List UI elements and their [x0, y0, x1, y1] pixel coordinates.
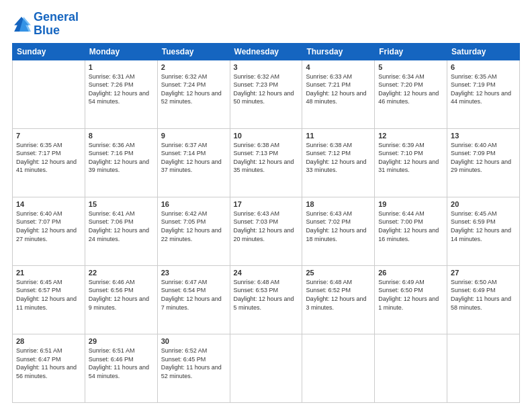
day-cell: 30Sunrise: 6:52 AMSunset: 6:45 PMDayligh…: [157, 334, 230, 402]
day-cell: 20Sunrise: 6:45 AMSunset: 6:59 PMDayligh…: [447, 197, 520, 265]
weekday-thursday: Thursday: [302, 43, 375, 60]
day-cell: 12Sunrise: 6:39 AMSunset: 7:10 PMDayligh…: [375, 128, 447, 197]
day-cell: 3Sunrise: 6:32 AMSunset: 7:23 PMDaylight…: [230, 60, 302, 128]
day-number: 11: [306, 132, 371, 140]
day-cell: 14Sunrise: 6:40 AMSunset: 7:07 PMDayligh…: [13, 197, 85, 265]
logo-line1: General: [34, 11, 79, 24]
day-cell: 21Sunrise: 6:45 AMSunset: 6:57 PMDayligh…: [13, 265, 85, 334]
day-number: 16: [161, 200, 226, 208]
day-info: Sunrise: 6:44 AMSunset: 7:00 PMDaylight:…: [378, 210, 443, 243]
weekday-header-row: SundayMondayTuesdayWednesdayThursdayFrid…: [13, 43, 520, 60]
day-info: Sunrise: 6:37 AMSunset: 7:14 PMDaylight:…: [161, 141, 226, 175]
day-info: Sunrise: 6:39 AMSunset: 7:10 PMDaylight:…: [378, 141, 443, 175]
day-info: Sunrise: 6:32 AMSunset: 7:23 PMDaylight:…: [234, 73, 299, 106]
day-cell: 18Sunrise: 6:43 AMSunset: 7:02 PMDayligh…: [302, 197, 375, 265]
day-cell: 22Sunrise: 6:46 AMSunset: 6:56 PMDayligh…: [85, 265, 157, 334]
day-info: Sunrise: 6:50 AMSunset: 6:49 PMDaylight:…: [451, 278, 516, 312]
day-number: 28: [16, 337, 81, 345]
day-cell: 24Sunrise: 6:48 AMSunset: 6:53 PMDayligh…: [230, 265, 302, 334]
day-number: 9: [161, 132, 226, 140]
day-info: Sunrise: 6:51 AMSunset: 6:46 PMDaylight:…: [89, 347, 154, 380]
day-number: 10: [234, 132, 299, 140]
day-info: Sunrise: 6:47 AMSunset: 6:54 PMDaylight:…: [161, 278, 226, 312]
weekday-tuesday: Tuesday: [157, 43, 230, 60]
day-info: Sunrise: 6:43 AMSunset: 7:02 PMDaylight:…: [306, 210, 371, 243]
day-info: Sunrise: 6:45 AMSunset: 6:59 PMDaylight:…: [451, 210, 516, 243]
day-cell: 9Sunrise: 6:37 AMSunset: 7:14 PMDaylight…: [157, 128, 230, 197]
day-info: Sunrise: 6:38 AMSunset: 7:13 PMDaylight:…: [234, 141, 299, 175]
week-row-2: 7Sunrise: 6:35 AMSunset: 7:17 PMDaylight…: [13, 128, 520, 197]
week-row-3: 14Sunrise: 6:40 AMSunset: 7:07 PMDayligh…: [13, 197, 520, 265]
weekday-saturday: Saturday: [447, 43, 520, 60]
day-info: Sunrise: 6:32 AMSunset: 7:24 PMDaylight:…: [161, 73, 226, 106]
header: General Blue: [12, 11, 520, 38]
weekday-monday: Monday: [85, 43, 157, 60]
day-info: Sunrise: 6:46 AMSunset: 6:56 PMDaylight:…: [89, 278, 154, 312]
day-number: 14: [16, 200, 81, 208]
day-info: Sunrise: 6:40 AMSunset: 7:09 PMDaylight:…: [451, 141, 516, 175]
day-cell: 1Sunrise: 6:31 AMSunset: 7:26 PMDaylight…: [85, 60, 157, 128]
day-cell: 25Sunrise: 6:48 AMSunset: 6:52 PMDayligh…: [302, 265, 375, 334]
week-row-1: 1Sunrise: 6:31 AMSunset: 7:26 PMDaylight…: [13, 60, 520, 128]
day-info: Sunrise: 6:51 AMSunset: 6:47 PMDaylight:…: [16, 347, 81, 380]
day-cell: 29Sunrise: 6:51 AMSunset: 6:46 PMDayligh…: [85, 334, 157, 402]
day-number: 2: [161, 63, 226, 71]
week-row-5: 28Sunrise: 6:51 AMSunset: 6:47 PMDayligh…: [13, 334, 520, 402]
day-number: 18: [306, 200, 371, 208]
day-number: 26: [378, 269, 443, 277]
day-number: 29: [89, 337, 154, 345]
day-cell: 10Sunrise: 6:38 AMSunset: 7:13 PMDayligh…: [230, 128, 302, 197]
weekday-wednesday: Wednesday: [230, 43, 302, 60]
day-number: 3: [234, 63, 299, 71]
week-row-4: 21Sunrise: 6:45 AMSunset: 6:57 PMDayligh…: [13, 265, 520, 334]
weekday-sunday: Sunday: [13, 43, 85, 60]
day-cell: 8Sunrise: 6:36 AMSunset: 7:16 PMDaylight…: [85, 128, 157, 197]
day-info: Sunrise: 6:43 AMSunset: 7:03 PMDaylight:…: [234, 210, 299, 243]
logo-icon: [12, 15, 31, 34]
calendar-table: SundayMondayTuesdayWednesdayThursdayFrid…: [12, 43, 520, 403]
day-cell: 2Sunrise: 6:32 AMSunset: 7:24 PMDaylight…: [157, 60, 230, 128]
day-cell: 4Sunrise: 6:33 AMSunset: 7:21 PMDaylight…: [302, 60, 375, 128]
day-number: 27: [451, 269, 516, 277]
day-cell: 5Sunrise: 6:34 AMSunset: 7:20 PMDaylight…: [375, 60, 447, 128]
day-number: 1: [89, 63, 154, 71]
day-cell: 13Sunrise: 6:40 AMSunset: 7:09 PMDayligh…: [447, 128, 520, 197]
day-cell: [447, 334, 520, 402]
day-info: Sunrise: 6:40 AMSunset: 7:07 PMDaylight:…: [16, 210, 81, 243]
day-info: Sunrise: 6:36 AMSunset: 7:16 PMDaylight:…: [89, 141, 154, 175]
day-number: 24: [234, 269, 299, 277]
day-info: Sunrise: 6:31 AMSunset: 7:26 PMDaylight:…: [89, 73, 154, 106]
day-info: Sunrise: 6:35 AMSunset: 7:17 PMDaylight:…: [16, 141, 81, 175]
day-cell: [13, 60, 85, 128]
day-info: Sunrise: 6:52 AMSunset: 6:45 PMDaylight:…: [161, 347, 226, 380]
day-info: Sunrise: 6:33 AMSunset: 7:21 PMDaylight:…: [306, 73, 371, 106]
day-cell: [230, 334, 302, 402]
day-cell: 17Sunrise: 6:43 AMSunset: 7:03 PMDayligh…: [230, 197, 302, 265]
logo-line2: Blue: [34, 24, 79, 38]
day-number: 6: [451, 63, 516, 71]
day-number: 19: [378, 200, 443, 208]
day-number: 23: [161, 269, 226, 277]
day-number: 30: [161, 337, 226, 345]
day-number: 15: [89, 200, 154, 208]
day-cell: 15Sunrise: 6:41 AMSunset: 7:06 PMDayligh…: [85, 197, 157, 265]
day-cell: 26Sunrise: 6:49 AMSunset: 6:50 PMDayligh…: [375, 265, 447, 334]
day-info: Sunrise: 6:42 AMSunset: 7:05 PMDaylight:…: [161, 210, 226, 243]
day-info: Sunrise: 6:48 AMSunset: 6:53 PMDaylight:…: [234, 278, 299, 312]
day-cell: 6Sunrise: 6:35 AMSunset: 7:19 PMDaylight…: [447, 60, 520, 128]
day-number: 17: [234, 200, 299, 208]
day-cell: 11Sunrise: 6:38 AMSunset: 7:12 PMDayligh…: [302, 128, 375, 197]
day-info: Sunrise: 6:49 AMSunset: 6:50 PMDaylight:…: [378, 278, 443, 312]
day-number: 7: [16, 132, 81, 140]
day-number: 13: [451, 132, 516, 140]
day-cell: 16Sunrise: 6:42 AMSunset: 7:05 PMDayligh…: [157, 197, 230, 265]
day-number: 21: [16, 269, 81, 277]
day-cell: 7Sunrise: 6:35 AMSunset: 7:17 PMDaylight…: [13, 128, 85, 197]
day-cell: [302, 334, 375, 402]
day-cell: 28Sunrise: 6:51 AMSunset: 6:47 PMDayligh…: [13, 334, 85, 402]
day-cell: 27Sunrise: 6:50 AMSunset: 6:49 PMDayligh…: [447, 265, 520, 334]
day-number: 4: [306, 63, 371, 71]
logo: General Blue: [12, 11, 79, 38]
day-number: 22: [89, 269, 154, 277]
day-number: 8: [89, 132, 154, 140]
